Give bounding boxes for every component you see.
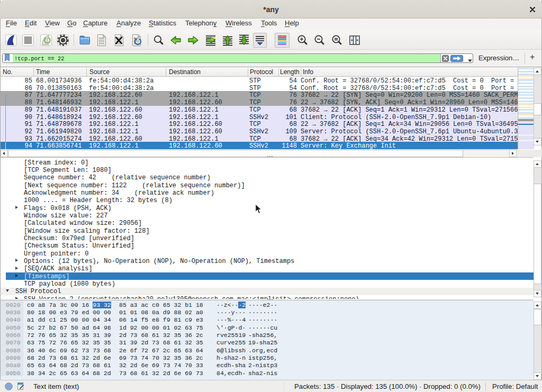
- svg-text:0101: 0101: [98, 42, 104, 45]
